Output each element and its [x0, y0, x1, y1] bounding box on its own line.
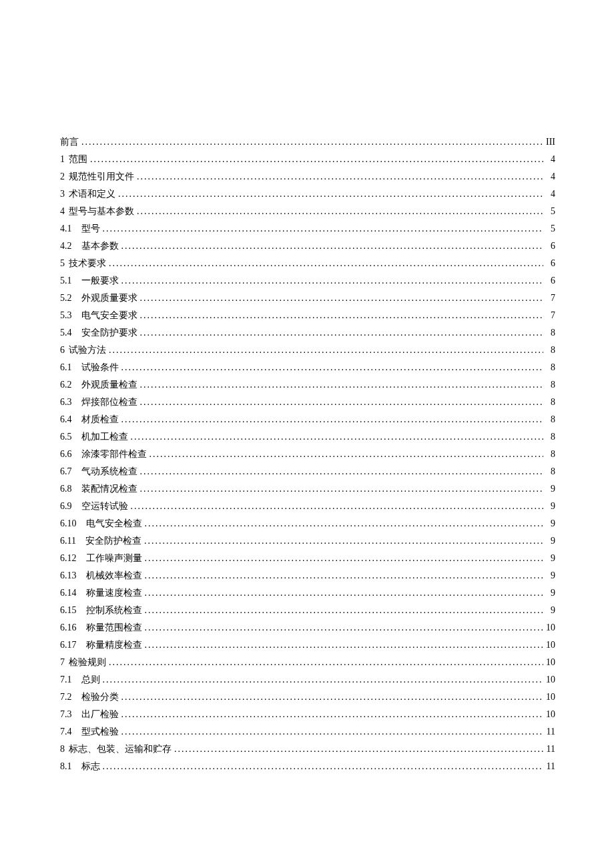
toc-entry-page: 9 [543, 480, 555, 498]
toc-entry-label: 4.1型号 [60, 220, 100, 238]
toc-entry-title: 出厂检验 [81, 709, 119, 719]
toc-entry-label: 7.3出厂检验 [60, 706, 119, 723]
toc-leader-dots [142, 550, 544, 567]
toc-entry-label: 7.4型式检验 [60, 723, 119, 741]
toc-entry-title: 试验条件 [81, 362, 119, 372]
toc-entry-title: 术语和定义 [69, 189, 115, 199]
toc-entry: 6.3焊接部位检查8 [60, 394, 555, 411]
toc-entry-number: 6.16 [60, 619, 77, 636]
toc-entry-label: 3术语和定义 [60, 185, 115, 203]
toc-leader-dots [119, 706, 544, 723]
toc-leader-dots [147, 446, 544, 463]
toc-entry: 4.2基本参数6 [60, 238, 555, 255]
toc-leader-dots [137, 394, 544, 411]
toc-entry-number: 7.3 [60, 706, 72, 723]
toc-entry: 8标志、包装、运输和贮存11 [60, 741, 555, 758]
toc-entry-page: 10 [543, 636, 555, 654]
toc-entry-number: 7.1 [60, 671, 72, 689]
toc-entry-page: 10 [543, 689, 555, 706]
toc-leader-dots [79, 133, 543, 151]
toc-entry-title: 工作噪声测量 [86, 553, 142, 563]
toc-entry-page: 5 [543, 220, 555, 238]
toc-leader-dots [106, 255, 543, 272]
toc-entry-title: 标志 [81, 761, 100, 771]
toc-leader-dots [106, 654, 543, 671]
toc-entry-title: 试验方法 [69, 345, 106, 355]
toc-entry: 6.15控制系统检查9 [60, 602, 555, 619]
toc-entry-label: 6.9空运转试验 [60, 498, 128, 515]
toc-entry: 3术语和定义4 [60, 185, 555, 203]
toc-entry-label: 8.1标志 [60, 758, 100, 775]
toc-entry-label: 5.3电气安全要求 [60, 307, 137, 324]
toc-entry-page: 8 [543, 359, 555, 376]
toc-entry-label: 6.7气动系统检查 [60, 463, 137, 480]
toc-entry: 6.11安全防护检查9 [60, 532, 555, 550]
toc-entry-number: 8.1 [60, 758, 72, 775]
toc-entry: 7.1总则10 [60, 671, 555, 689]
toc-entry-title: 基本参数 [81, 241, 119, 251]
toc-entry-page: 9 [543, 567, 555, 584]
toc-entry: 7.3出厂检验10 [60, 706, 555, 723]
toc-entry-label: 6.8装配情况检查 [60, 480, 137, 498]
toc-entry: 2规范性引用文件4 [60, 168, 555, 185]
toc-entry: 6.14称量速度检查9 [60, 584, 555, 602]
toc-entry: 6.13机械效率检查9 [60, 567, 555, 584]
toc-entry-number: 6.11 [60, 532, 76, 550]
toc-entry-page: 10 [543, 706, 555, 723]
toc-entry-label: 1范围 [60, 151, 87, 168]
toc-entry-label: 6.14称量速度检查 [60, 584, 142, 602]
toc-entry-title: 电气安全检查 [86, 518, 142, 528]
toc-leader-dots [119, 723, 544, 741]
toc-leader-dots [137, 307, 544, 324]
toc-entry-page: 6 [543, 255, 555, 272]
toc-entry: 6.4材质检查8 [60, 411, 555, 428]
toc-leader-dots [100, 671, 544, 689]
toc-entry-title: 电气安全要求 [81, 310, 137, 320]
toc-leader-dots [100, 220, 544, 238]
toc-entry-title: 总则 [81, 675, 100, 685]
toc-entry-page: III [543, 133, 555, 151]
toc-entry-number: 6.5 [60, 428, 72, 446]
toc-leader-dots [142, 584, 544, 602]
toc-entry-page: 8 [543, 376, 555, 394]
toc-entry-number: 7.2 [60, 689, 72, 706]
toc-leader-dots [119, 689, 544, 706]
toc-entry-label: 6.13机械效率检查 [60, 567, 142, 584]
toc-entry-label: 4型号与基本参数 [60, 203, 134, 220]
toc-entry-title: 称量范围检查 [86, 622, 142, 632]
toc-entry-title: 型号与基本参数 [69, 206, 134, 216]
toc-leader-dots [137, 290, 544, 307]
toc-entry-number: 1 [60, 151, 65, 168]
toc-entry-label: 2规范性引用文件 [60, 168, 134, 185]
toc-entry: 7.2检验分类10 [60, 689, 555, 706]
toc-entry-label: 7.2检验分类 [60, 689, 119, 706]
toc-leader-dots [142, 602, 544, 619]
toc-leader-dots [142, 619, 544, 636]
toc-entry-number: 8 [60, 741, 65, 758]
toc-entry-page: 4 [543, 151, 555, 168]
toc-entry-number: 5 [60, 255, 65, 272]
toc-entry: 前言III [60, 133, 555, 151]
toc-entry: 6.12工作噪声测量9 [60, 550, 555, 567]
toc-entry-page: 9 [543, 515, 555, 532]
toc-entry-label: 6.2外观质量检查 [60, 376, 137, 394]
toc-entry-number: 6.7 [60, 463, 72, 480]
toc-entry-page: 8 [543, 342, 555, 359]
toc-entry-title: 标志、包装、运输和贮存 [69, 744, 172, 754]
toc-entry-label: 8标志、包装、运输和贮存 [60, 741, 172, 758]
toc-entry-label: 6.15控制系统检查 [60, 602, 142, 619]
toc-entry-label: 6试验方法 [60, 342, 106, 359]
toc-entry-page: 6 [543, 272, 555, 290]
toc-entry: 8.1标志11 [60, 758, 555, 775]
toc-entry-number: 6.12 [60, 550, 77, 567]
toc-entry-page: 10 [543, 619, 555, 636]
toc-entry-label: 6.5机加工检查 [60, 428, 128, 446]
table-of-contents: 前言III1范围42规范性引用文件43术语和定义44型号与基本参数54.1型号5… [60, 133, 555, 775]
toc-entry: 5.2外观质量要求7 [60, 290, 555, 307]
toc-entry-page: 11 [543, 723, 555, 741]
toc-entry: 7.4型式检验11 [60, 723, 555, 741]
toc-entry-label: 6.16称量范围检查 [60, 619, 142, 636]
toc-leader-dots [134, 168, 543, 185]
toc-leader-dots [134, 203, 543, 220]
toc-entry-title: 气动系统检查 [81, 466, 137, 476]
